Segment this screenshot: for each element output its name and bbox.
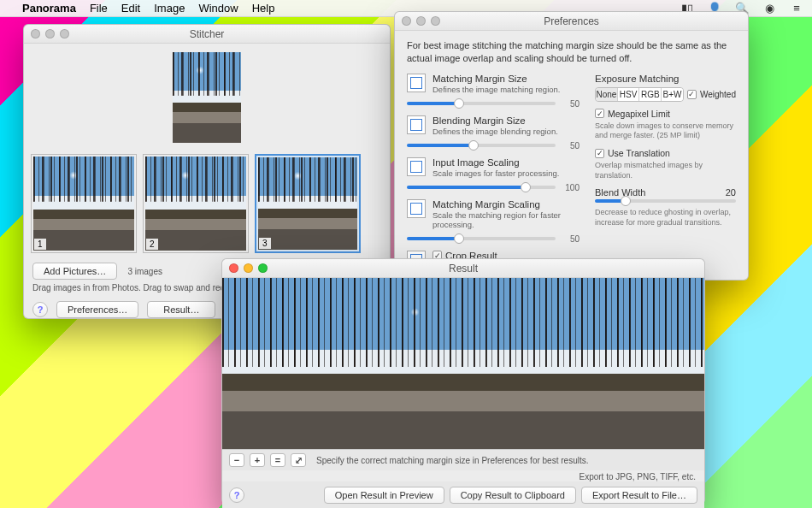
blend-width-slider[interactable] [595,199,736,203]
prefs-titlebar[interactable]: Preferences [395,12,748,31]
input-image-scaling-desc: Scale images for faster processing. [432,168,580,178]
exposure-matching-label: Exposure Matching [595,74,736,84]
thumbnail-image [33,157,134,251]
result-button[interactable]: Result… [147,301,215,318]
megapixel-limit-note: Scale down images to conserve memory and… [595,121,736,141]
thumbnail-number: 3 [259,238,271,249]
blend-margin-icon [407,115,426,134]
blending-margin-size-label: Blending Margin Size [432,115,580,126]
margin-size-icon [407,74,426,92]
close-icon[interactable] [229,263,238,273]
result-button-bar: ? Open Result in Preview Copy Result to … [222,481,704,508]
thumbnail-selected[interactable]: 3 [255,154,361,253]
stitcher-titlebar[interactable]: Stitcher [24,25,390,44]
minimize-icon[interactable] [45,29,55,38]
result-image-view[interactable] [222,278,704,449]
result-hint: Specify the correct matching margin size… [316,456,588,465]
matching-margin-scaling-desc: Scale the matching region for faster pro… [432,210,580,229]
matching-margin-size-slider[interactable] [407,102,556,105]
prefs-title: Preferences [395,15,748,27]
zoom-in-button[interactable]: + [250,453,265,467]
matching-margin-scaling-value: 50 [561,234,580,244]
result-window: Result − + = ⤢ Specify the correct match… [221,258,705,505]
input-image-scaling-label: Input Image Scaling [432,157,580,168]
zoom-icon[interactable] [431,16,440,26]
menu-help[interactable]: Help [252,2,275,15]
seg-rgb[interactable]: RGB [639,88,662,101]
prefs-intro: For best image stitching the matching ma… [407,39,736,65]
blend-width-value: 20 [726,187,736,198]
help-button[interactable]: ? [229,487,244,503]
thumbnail[interactable]: 2 [143,154,249,253]
add-pictures-button[interactable]: Add Pictures… [32,263,117,280]
minimize-icon[interactable] [416,16,426,26]
notification-center-icon[interactable]: ≡ [790,2,803,15]
result-toolbar: − + = ⤢ Specify the correct matching mar… [222,449,704,470]
app-menu[interactable]: Panorama [22,2,76,15]
use-translation-label: Use Translation [608,148,670,158]
exposure-matching-segment[interactable]: None HSV RGB B+W [595,87,684,102]
close-icon[interactable] [31,29,40,38]
thumbnail-number: 1 [34,239,46,250]
export-note: Export to JPG, PNG, TIFF, etc. [222,470,704,481]
result-title: Result [222,263,704,275]
copy-to-clipboard-button[interactable]: Copy Result to Clipboard [450,487,576,504]
megapixel-limit-label: Megapixel Limit [608,109,670,119]
matching-margin-size-label: Matching Margin Size [432,74,580,84]
panorama-image [222,278,704,449]
blend-width-label: Blend Width [595,187,645,198]
open-in-preview-button[interactable]: Open Result in Preview [324,487,444,504]
preferences-button[interactable]: Preferences… [56,301,138,318]
result-titlebar[interactable]: Result [222,259,704,278]
zoom-icon[interactable] [60,29,69,38]
minimize-icon[interactable] [244,263,253,273]
seg-hsv[interactable]: HSV [618,88,640,101]
blending-margin-size-slider[interactable] [407,144,556,147]
thumbnail-strip: 1 2 3 [24,151,390,256]
input-image-scaling-slider[interactable] [407,186,556,189]
margin-scaling-icon [407,199,426,218]
seg-bw[interactable]: B+W [662,88,683,101]
zoom-icon[interactable] [258,263,268,273]
thumbnail[interactable]: 1 [31,154,137,253]
stitcher-title: Stitcher [24,28,390,40]
menu-edit[interactable]: Edit [121,2,140,15]
preview-image [173,52,241,143]
matching-margin-size-value: 50 [561,99,580,109]
menu-window[interactable]: Window [198,2,238,15]
blending-margin-size-desc: Defines the image blending region. [432,127,580,136]
use-translation-checkbox[interactable] [595,149,604,158]
image-count-label: 3 images [127,267,162,276]
thumbnail-image [258,157,357,250]
thumbnail-number: 2 [146,239,158,250]
menu-image[interactable]: Image [154,2,185,15]
use-translation-note: Overlap mismatched images by translation… [595,161,736,180]
megapixel-limit-checkbox[interactable] [595,109,604,118]
help-button[interactable]: ? [32,302,48,317]
zoom-actual-button[interactable]: ⤢ [291,453,306,467]
export-to-file-button[interactable]: Export Result to File… [581,487,697,504]
blend-width-note: Decrease to reduce ghosting in overlap, … [595,208,736,227]
siri-icon[interactable]: ◉ [762,2,776,15]
seg-none[interactable]: None [596,88,618,101]
weighted-checkbox[interactable] [687,90,697,99]
blending-margin-size-value: 50 [561,141,580,151]
matching-margin-size-desc: Defines the image matching region. [432,85,580,94]
zoom-out-button[interactable]: − [229,453,244,467]
thumbnail-image [145,157,246,251]
weighted-label: Weighted [700,90,736,99]
matching-margin-scaling-label: Matching Margin Scaling [432,199,580,210]
input-scaling-icon [407,157,426,176]
menu-file[interactable]: File [90,2,108,15]
matching-margin-scaling-slider[interactable] [407,237,556,240]
preferences-window: Preferences For best image stitching the… [394,11,749,281]
input-image-scaling-value: 100 [561,183,580,192]
zoom-fit-button[interactable]: = [270,453,285,467]
close-icon[interactable] [402,16,411,26]
preview-area [24,44,390,151]
